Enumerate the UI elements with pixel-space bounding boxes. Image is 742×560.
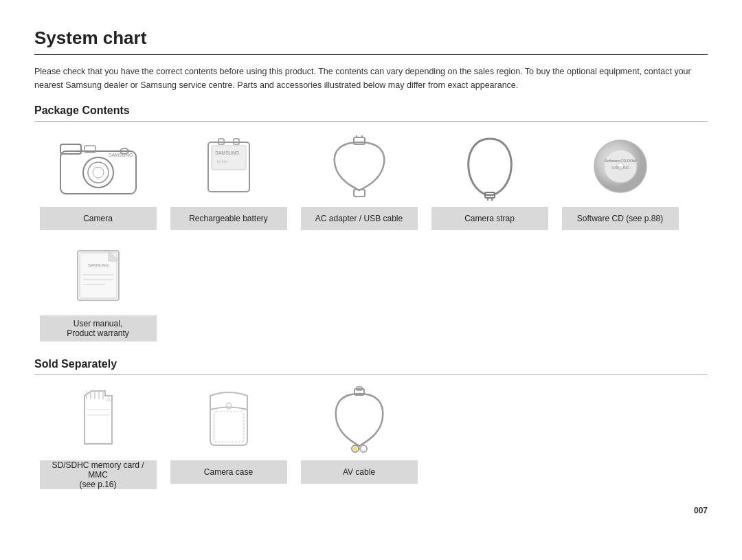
package-contents-heading: Package Contents bbox=[34, 104, 708, 122]
avcable-image bbox=[301, 382, 418, 458]
svg-text:Software CD-ROM: Software CD-ROM bbox=[605, 159, 636, 163]
package-contents-section: Package Contents SAMSUNG bbox=[34, 104, 708, 341]
sold-row-1: △ SD/SDHC memory card / MMC (see p.16) bbox=[34, 382, 708, 489]
package-row-2: SAMSUNG User manual, Product warranty bbox=[34, 237, 708, 341]
package-row-1: SAMSUNG Camera SAMSUNG Li-ion bbox=[34, 128, 708, 230]
strap-label: Camera strap bbox=[431, 207, 548, 230]
svg-point-3 bbox=[93, 167, 104, 178]
svg-rect-14 bbox=[354, 137, 365, 144]
item-cable: AC adapter / USB cable bbox=[295, 128, 423, 230]
avcable-label: AV cable bbox=[301, 460, 418, 484]
sold-separately-heading: Sold Separately bbox=[34, 358, 708, 375]
svg-text:△: △ bbox=[106, 396, 111, 402]
item-sdcard: △ SD/SDHC memory card / MMC (see p.16) bbox=[34, 382, 161, 489]
item-battery: SAMSUNG Li-ion Rechargeable battery bbox=[165, 128, 292, 230]
svg-point-49 bbox=[361, 447, 366, 451]
item-cd: Software CD-ROM SAMSUNG Software CD (see… bbox=[556, 128, 684, 230]
page-number: 007 bbox=[34, 506, 708, 515]
svg-rect-9 bbox=[212, 146, 246, 170]
battery-label: Rechargeable battery bbox=[170, 207, 287, 230]
manual-image: SAMSUNG bbox=[40, 237, 157, 313]
cd-image: Software CD-ROM SAMSUNG bbox=[562, 128, 679, 204]
battery-image: SAMSUNG Li-ion bbox=[170, 128, 287, 204]
svg-text:SAMSUNG: SAMSUNG bbox=[88, 263, 109, 267]
sdcard-label: SD/SDHC memory card / MMC (see p.16) bbox=[40, 460, 157, 489]
item-camera: SAMSUNG Camera bbox=[34, 128, 161, 230]
item-strap: Camera strap bbox=[426, 128, 553, 230]
item-case: Camera case bbox=[165, 382, 292, 489]
svg-text:Li-ion: Li-ion bbox=[217, 159, 227, 164]
page-description: Please check that you have the correct c… bbox=[34, 65, 708, 92]
item-avcable: AV cable bbox=[295, 382, 423, 489]
svg-text:SAMSUNG: SAMSUNG bbox=[611, 166, 629, 170]
svg-text:SAMSUNG: SAMSUNG bbox=[215, 150, 239, 155]
svg-text:SAMSUNG: SAMSUNG bbox=[109, 153, 133, 157]
sold-separately-section: Sold Separately △ bbox=[34, 358, 708, 489]
svg-point-48 bbox=[353, 447, 357, 451]
cable-image bbox=[301, 128, 418, 204]
page-title: System chart bbox=[34, 27, 708, 55]
case-label: Camera case bbox=[170, 460, 287, 484]
sdcard-image: △ bbox=[40, 382, 157, 458]
svg-point-2 bbox=[88, 162, 109, 183]
strap-image bbox=[431, 128, 548, 204]
case-image bbox=[170, 382, 287, 458]
item-manual: SAMSUNG User manual, Product warranty bbox=[34, 237, 161, 341]
manual-label: User manual, Product warranty bbox=[40, 315, 157, 341]
camera-image: SAMSUNG bbox=[40, 128, 157, 204]
cable-label: AC adapter / USB cable bbox=[301, 207, 418, 230]
camera-label: Camera bbox=[40, 207, 157, 230]
cd-label: Software CD (see p.88) bbox=[562, 207, 679, 230]
